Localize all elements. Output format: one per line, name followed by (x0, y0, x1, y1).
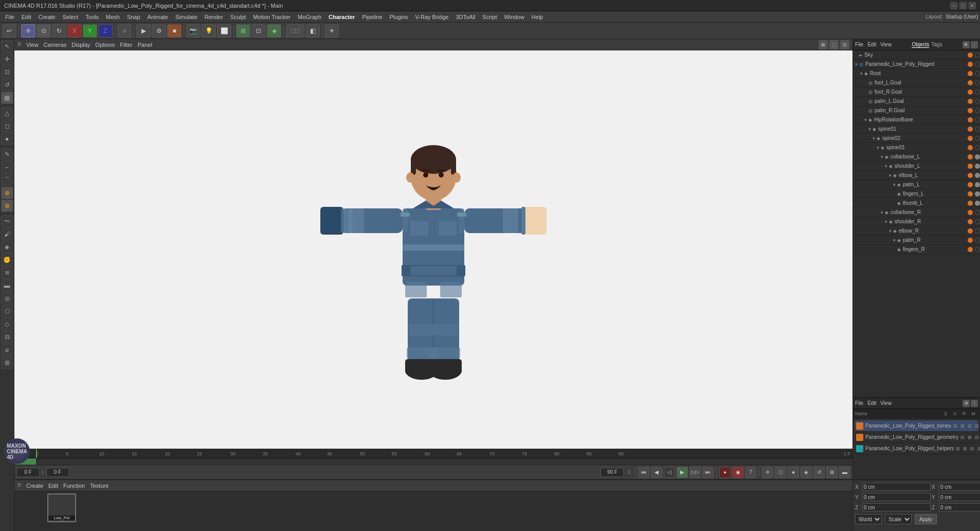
menu-select[interactable]: Select (60, 13, 82, 21)
om-item-palm-r[interactable]: ◎ palm_R.Goal (853, 106, 980, 115)
z2-input[interactable] (939, 503, 980, 511)
om-icon-1[interactable]: ⊞ (963, 41, 970, 48)
tool-spline[interactable]: 〜 (1, 215, 13, 227)
tool-fill[interactable]: ◈ (1, 241, 13, 253)
om-tab-objects[interactable]: Objects (912, 42, 929, 48)
rb-icon-1[interactable]: ⊞ (963, 400, 970, 407)
om-item-shoulder-l[interactable]: ▾ ◈ shoulder_L (853, 162, 980, 171)
tool-magnet[interactable]: ⊕ (1, 187, 13, 199)
palette-create[interactable]: Create (26, 483, 43, 489)
vt-display[interactable]: Display (71, 42, 90, 48)
palette-function[interactable]: Function (63, 483, 85, 489)
auto-key-button[interactable]: ◉ (732, 467, 743, 478)
tool-pinch[interactable]: ◇ (1, 318, 13, 330)
display-mode-button[interactable]: ⬚⬚ (286, 24, 304, 38)
world-dropdown[interactable]: World (855, 514, 882, 524)
floor-button[interactable]: ⬜ (217, 24, 231, 38)
om-tab-edit[interactable]: Edit (867, 42, 876, 47)
elbow-l-arrow[interactable]: ▾ (889, 173, 892, 178)
key-scale-button[interactable]: ⊞ (826, 467, 838, 478)
z-axis-button[interactable]: Z (98, 24, 113, 38)
palm-l2-arrow[interactable]: ▾ (893, 182, 896, 187)
rb-item-helpers[interactable]: Paramedic_Low_Poly_Rigged_helpers ⊟ ⊞ ⊟ … (855, 443, 978, 454)
tool-select[interactable]: ↖ (1, 40, 13, 52)
menu-script[interactable]: Script (479, 13, 500, 21)
spine01-arrow[interactable]: ▾ (868, 127, 871, 132)
rb-tab-edit[interactable]: Edit (867, 400, 876, 406)
maximize-button[interactable]: □ (959, 2, 967, 9)
menu-file[interactable]: File (2, 13, 17, 21)
x-input[interactable] (862, 483, 931, 491)
vt-panel[interactable]: Panel (138, 42, 152, 48)
tool-scale[interactable]: ⊡ (1, 66, 13, 78)
hide-button[interactable]: ◧ (305, 24, 320, 38)
om-item-sky[interactable]: ☁ Sky (853, 50, 980, 60)
vt-filter[interactable]: Filter (120, 42, 132, 48)
snap2-button[interactable]: ⊡ (251, 24, 266, 38)
palm-r2-arrow[interactable]: ▾ (893, 238, 896, 243)
om-item-elbow-l[interactable]: ▾ ◈ elbow_L (853, 171, 980, 180)
menu-tools[interactable]: Tools (82, 13, 102, 21)
collarbone-l-arrow[interactable]: ▾ (881, 154, 883, 160)
tool-knife[interactable]: ⌐ (1, 161, 13, 173)
menu-plugins[interactable]: Plugins (387, 13, 411, 21)
om-item-thumb-l[interactable]: ◈ thumb_L (853, 199, 980, 208)
om-icon-2[interactable]: ⋮ (971, 41, 978, 48)
tool-scrape[interactable]: ⊟ (1, 331, 13, 343)
menu-snap[interactable]: Snap (124, 13, 143, 21)
y-input[interactable] (862, 493, 931, 501)
tool-edge[interactable]: ◻ (1, 120, 13, 132)
light-button[interactable]: 💡 (202, 24, 216, 38)
palette-edit[interactable]: Edit (48, 483, 58, 489)
menu-3dtoall[interactable]: 3DToAll (452, 13, 478, 21)
root-arrow[interactable]: ▾ (860, 71, 863, 76)
om-item-fingers-r[interactable]: ◈ fingers_R (853, 245, 980, 254)
om-tab-tags[interactable]: Tags (931, 42, 942, 48)
minimize-button[interactable]: ─ (950, 2, 957, 9)
snap3-button[interactable]: ◈ (267, 24, 281, 38)
render-settings-button[interactable]: ⚙ (152, 24, 166, 38)
om-tab-view[interactable]: View (880, 42, 892, 47)
tool-flatten[interactable]: ▬ (1, 279, 13, 292)
spine02-arrow[interactable]: ▾ (873, 136, 875, 141)
rb-item-bones[interactable]: Paramedic_Low_Poly_Rigged_bones ⊟ ⊞ ⊟ ⊟ (855, 420, 978, 432)
tool-inflate[interactable]: ⬡ (1, 305, 13, 317)
y2-input[interactable] (939, 493, 980, 501)
y-axis-button[interactable]: Y (83, 24, 97, 38)
om-tree[interactable]: ☁ Sky ▾ ◎ Paramedic_Low_Poly_Rigged ▾ ◈ … (853, 50, 980, 397)
menu-pipeline[interactable]: Pipeline (359, 13, 385, 21)
next-frame-button[interactable]: ▷▷ (689, 467, 701, 478)
tool-point[interactable]: ● (1, 133, 13, 145)
tool-twist[interactable]: ⊗ (1, 200, 13, 212)
rotate-tool-button[interactable]: ↻ (52, 24, 66, 38)
menu-motion-tracker[interactable]: Motion Tracker (250, 13, 294, 21)
tool-clone[interactable]: ⊞ (1, 357, 13, 369)
key-all-button[interactable]: ⬡ (775, 467, 786, 478)
om-item-shoulder-r[interactable]: ▾ ◈ shoulder_R (853, 217, 980, 226)
om-item-palm-l2[interactable]: ▾ ◈ palm_L (853, 180, 980, 189)
current-frame-input[interactable] (16, 468, 40, 477)
shoulder-l-arrow[interactable]: ▾ (885, 164, 887, 169)
palette-texture[interactable]: Texture (90, 483, 108, 489)
menu-create[interactable]: Create (35, 13, 59, 21)
shoulder-r-arrow[interactable]: ▾ (885, 219, 887, 224)
move-tool-button[interactable]: ✛ (21, 24, 35, 38)
collarbone-r-arrow[interactable]: ▾ (881, 210, 883, 215)
hip-arrow[interactable]: ▾ (864, 117, 867, 122)
menu-simulate[interactable]: Simulate (172, 13, 201, 21)
vp-icon-2[interactable]: ⬚ (829, 40, 839, 49)
om-item-spine01[interactable]: ▾ ◈ spine01 (853, 125, 980, 134)
prev-frame-button[interactable]: ◀ (651, 467, 662, 478)
om-item-spine03[interactable]: ▾ ◈ spine03 (853, 143, 980, 152)
key-rot-button[interactable]: ↺ (813, 467, 825, 478)
tool-bridge[interactable]: ⌒ (1, 174, 13, 186)
om-item-paramedic[interactable]: ▾ ◎ Paramedic_Low_Poly_Rigged (853, 60, 980, 69)
tool-rotate[interactable]: ↺ (1, 79, 13, 91)
tool-polygon[interactable]: △ (1, 107, 13, 119)
spine03-arrow[interactable]: ▾ (877, 145, 879, 150)
key-help-button[interactable]: ? (745, 467, 756, 478)
scale-dropdown[interactable]: Scale (885, 514, 912, 524)
rb-icon-2[interactable]: ⋮ (971, 400, 978, 407)
record-button[interactable]: ● (719, 467, 731, 478)
close-button[interactable]: ✕ (969, 2, 976, 9)
